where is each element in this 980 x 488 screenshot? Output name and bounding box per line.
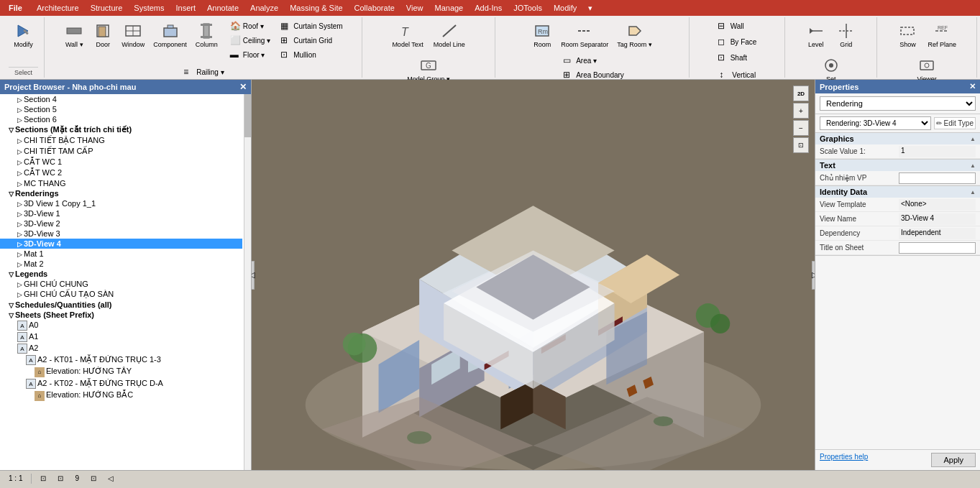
expand-icon: ▷ (17, 180, 22, 188)
viewport[interactable]: 2D + − ⊡ ◁ ▷ (252, 80, 815, 470)
tree-cat-wc2[interactable]: ▷CẮT WC 2 (0, 167, 242, 178)
status-nav-icon[interactable]: ◁ (105, 474, 116, 482)
right-collapse-handle[interactable]: ▷ (812, 261, 815, 290)
tree-cat-wc1[interactable]: ▷CẮT WC 1 (0, 157, 242, 167)
menu-expand[interactable]: ▾ (582, 0, 598, 16)
viewport-zoom-in-btn[interactable]: + (793, 103, 809, 119)
mullion-button[interactable]: ⊡Mullion (278, 47, 345, 62)
tree-3dview3[interactable]: ▷3D-View 3 (0, 229, 242, 239)
properties-help-link[interactable]: Properties help (820, 453, 931, 467)
svg-marker-22 (810, 28, 813, 34)
menu-insert[interactable]: Insert (170, 0, 201, 16)
model-line-button[interactable]: Model Line (430, 19, 469, 50)
ceiling-button[interactable]: ⬜Ceiling ▾ (227, 33, 273, 47)
project-browser-close[interactable]: ✕ (239, 82, 247, 92)
modify-button[interactable]: Modify (10, 19, 37, 50)
tree-section5[interactable]: ▷Section 5 (0, 104, 242, 114)
area-button[interactable]: ▭Area ▾ (560, 53, 627, 68)
tree-legends[interactable]: ▽Legends (0, 269, 242, 279)
identity-section-header[interactable]: Identity Data ▲ (815, 186, 980, 198)
column-button[interactable]: Column (192, 19, 221, 50)
tree-chi-tiet-bac-thang[interactable]: ▷CHI TIẾT BẬC THANG (0, 135, 242, 146)
status-model-icon[interactable]: ⊡ (37, 474, 49, 482)
prop-view-dropdown[interactable]: Rendering: 3D-View 4 (820, 116, 931, 130)
menu-manage[interactable]: Manage (429, 0, 469, 16)
show-button[interactable]: Show (894, 19, 921, 50)
tag-room-button[interactable]: Tag Room ▾ (613, 19, 656, 50)
tree-section6[interactable]: ▷Section 6 (0, 114, 242, 124)
graphics-section-header[interactable]: Graphics ▲ (815, 133, 980, 144)
viewport-2d-btn[interactable]: 2D (793, 86, 809, 101)
curtain-system-button[interactable]: ▦Curtain System (278, 19, 345, 33)
text-section-header[interactable]: Text ▲ (815, 160, 980, 171)
menu-massing[interactable]: Massing & Site (284, 0, 348, 16)
tree-renderings[interactable]: ▽Renderings (0, 188, 242, 198)
edit-type-button[interactable]: ✏ Edit Type (934, 117, 976, 129)
window-button[interactable]: Window (118, 19, 148, 50)
chu-nhiem-vp-input[interactable] (899, 172, 976, 184)
tree-a0[interactable]: AA0 (0, 320, 242, 331)
tree-3dview2[interactable]: ▷3D-View 2 (0, 218, 242, 229)
room-separator-button[interactable]: Room Separator (557, 19, 612, 50)
tree-elevation-huong-bac[interactable]: ⌂Elevation: HƯỚNG BẮC (0, 390, 242, 402)
door-button[interactable]: Door (89, 19, 116, 50)
menu-structure[interactable]: Structure (85, 0, 129, 16)
tree-sections-matcat[interactable]: ▽Sections (Mặt cắt trích chi tiết) (0, 124, 242, 135)
status-render-icon[interactable]: ⊡ (55, 474, 66, 482)
view-template-row: View Template <None> (815, 198, 980, 212)
model-text-button[interactable]: T Model Text (388, 19, 426, 50)
pb-scrollbar[interactable] (244, 94, 251, 470)
apply-button[interactable]: Apply (931, 453, 976, 467)
roof-button[interactable]: 🏠Roof ▾ (227, 19, 273, 33)
tree-ghi-chu-cau-tao[interactable]: ▷GHI CHÚ CẤU TẠO SÀN (0, 289, 242, 300)
properties-close-button[interactable]: ✕ (969, 82, 976, 91)
tree-a2-kt01[interactable]: AA2 - KT01 - MẶT ĐỨNG TRỤC 1-3 (0, 354, 242, 366)
tree-mc-thang[interactable]: ▷MC THANG (0, 178, 242, 188)
menu-annotate[interactable]: Annotate (201, 0, 244, 16)
tree-section4[interactable]: ▷Section 4 (0, 94, 242, 104)
left-collapse-handle[interactable]: ◁ (252, 261, 255, 290)
wall-opening-button[interactable]: ⊟Wall (715, 19, 760, 33)
prop-type-dropdown[interactable]: Rendering (820, 96, 976, 111)
menu-modify[interactable]: Modify (548, 0, 582, 16)
status-detail-icon[interactable]: ⊡ (88, 474, 99, 482)
viewport-fit-btn[interactable]: ⊡ (793, 137, 809, 153)
tree-mat2[interactable]: ▷Mat 2 (0, 259, 242, 269)
tree-3dview1copy[interactable]: ▷3D View 1 Copy 1_1 (0, 198, 242, 208)
menu-systems[interactable]: Systems (128, 0, 170, 16)
wall-button[interactable]: Wall ▾ (60, 19, 88, 50)
title-on-sheet-input[interactable] (899, 242, 976, 254)
tree-3dview1[interactable]: ▷3D-View 1 (0, 208, 242, 218)
grid-icon (836, 21, 856, 41)
tree-sheets[interactable]: ▽Sheets (Sheet Prefix) (0, 310, 242, 320)
tree-ghi-chu-chung[interactable]: ▷GHI CHÚ CHUNG (0, 279, 242, 289)
tree-elevation-huong-tay[interactable]: ⌂Elevation: HƯỚNG TÂY (0, 366, 242, 378)
room-button[interactable]: Rm Room (528, 19, 556, 50)
tree-a2-kt02[interactable]: AA2 - KT02 - MẶT ĐỨNG TRỤC D-A (0, 378, 242, 390)
scale-value-row: Scale Value 1: 1 (815, 144, 980, 159)
menu-jotools[interactable]: JOTools (508, 0, 548, 16)
menu-view[interactable]: View (400, 0, 429, 16)
grid-button[interactable]: Grid (833, 19, 860, 50)
tree-3dview4[interactable]: ▷3D-View 4 (0, 239, 242, 249)
by-face-button[interactable]: ◻By Face (715, 34, 760, 49)
shaft-button[interactable]: ⊡Shaft (715, 50, 760, 65)
tree-chi-tiet-tam-cap[interactable]: ▷CHI TIẾT TAM CẤP (0, 146, 242, 157)
menu-collaborate[interactable]: Collaborate (349, 0, 400, 16)
menu-analyze[interactable]: Analyze (244, 0, 284, 16)
tree-schedules[interactable]: ▽Schedules/Quantities (all) (0, 300, 242, 310)
menu-architecture[interactable]: Architecture (31, 0, 85, 16)
level-button[interactable]: Level (802, 19, 830, 50)
tree-a1[interactable]: AA1 (0, 331, 242, 343)
tree-mat1[interactable]: ▷Mat 1 (0, 249, 242, 259)
pb-scroll-thumb[interactable] (244, 94, 251, 137)
tree-a2[interactable]: AA2 (0, 343, 242, 354)
floor-button[interactable]: ▬Floor ▾ (227, 47, 273, 62)
curtain-grid-button[interactable]: ⊞Curtain Grid (278, 33, 345, 47)
menu-addins[interactable]: Add-Ins (469, 0, 508, 16)
viewport-zoom-out-btn[interactable]: − (793, 120, 809, 136)
component-button[interactable]: Component (150, 19, 191, 50)
ref-plane-button[interactable]: REF Ref Plane (924, 19, 960, 50)
railing-button[interactable]: ≡Railing ▾ (180, 65, 226, 79)
file-menu[interactable]: File (0, 0, 31, 16)
